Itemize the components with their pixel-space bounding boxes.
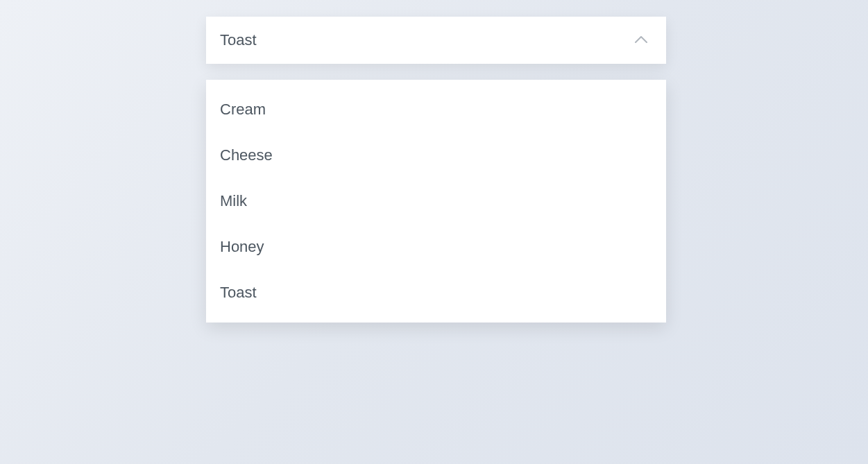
dropdown-option[interactable]: Honey	[206, 224, 666, 270]
dropdown: Toast Cream Cheese Milk Honey Toast	[206, 17, 666, 323]
dropdown-option[interactable]: Milk	[206, 178, 666, 224]
dropdown-selected-label: Toast	[220, 31, 257, 49]
chevron-up-icon	[634, 34, 652, 46]
dropdown-option[interactable]: Cheese	[206, 132, 666, 178]
dropdown-option[interactable]: Toast	[206, 270, 666, 316]
dropdown-option[interactable]: Cream	[206, 87, 666, 132]
dropdown-options: Cream Cheese Milk Honey Toast	[206, 80, 666, 323]
dropdown-selected[interactable]: Toast	[206, 17, 666, 64]
